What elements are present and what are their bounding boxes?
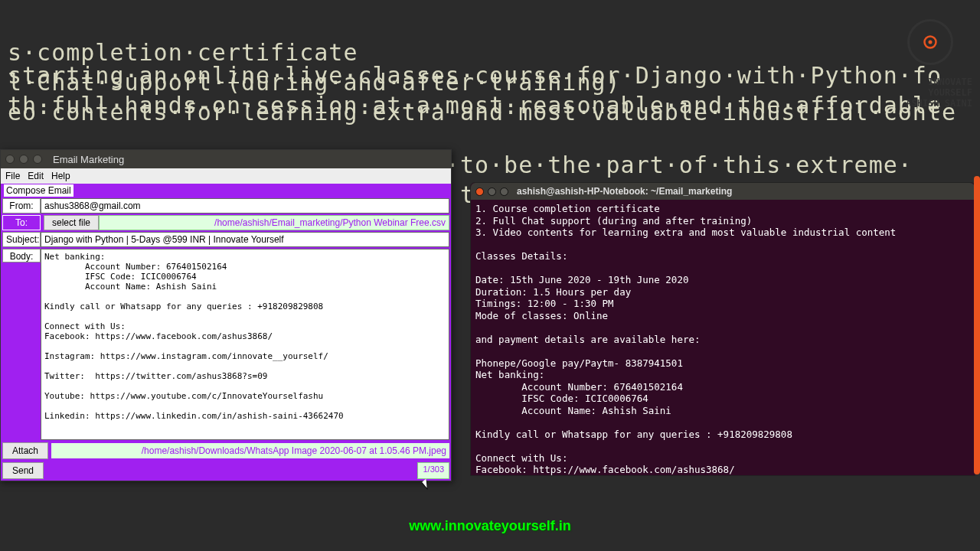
subject-input[interactable]: Django with Python | 5-Days @599 INR | I… [41,232,449,247]
minimize-icon[interactable] [488,187,496,196]
subject-label: Subject: [2,232,41,247]
from-label: From: [2,198,41,214]
scrollbar[interactable] [974,176,980,474]
close-icon[interactable] [5,155,15,164]
menu-file[interactable]: File [5,171,20,181]
send-button[interactable]: Send [2,462,44,479]
close-icon[interactable] [475,187,484,196]
terminal-window: ashish@ashish-HP-Notebook: ~/Email_marke… [470,182,975,476]
send-progress: 1/303 [417,462,449,479]
watermark: www.innovateyourself.in [409,518,570,534]
body-label: Body: [2,249,41,262]
attach-button[interactable]: Attach [2,442,48,459]
gear-icon [907,19,953,65]
maximize-icon[interactable] [33,155,42,164]
svg-point-1 [929,41,933,44]
menubar: File Edit Help [1,168,451,184]
email-title: Email Marketing [53,154,124,165]
body-textarea[interactable]: Net banking: Account Number: 67640150216… [41,249,449,440]
brand-logo [896,8,965,77]
menu-help[interactable]: Help [51,171,70,181]
minimize-icon[interactable] [19,155,28,164]
terminal-body[interactable]: 1. Course completion certificate 2. Full… [471,200,975,475]
email-marketing-window: Email Marketing File Edit Help Compose E… [0,149,452,481]
brand-text: INNOVATE YOURSELF ASHISH SAINI [906,77,972,109]
compose-header: Compose Email [1,184,451,197]
cursor-icon [423,478,433,492]
attach-path: /home/ashish/Downloads/WhatsApp Image 20… [51,443,449,458]
from-input[interactable]: ashus3868@gmail.com [41,198,449,214]
to-label: To: [2,215,41,230]
maximize-icon[interactable] [500,187,508,196]
menu-edit[interactable]: Edit [28,171,44,181]
select-file-button[interactable]: select file [44,215,99,230]
email-titlebar[interactable]: Email Marketing [1,150,451,168]
terminal-title: ashish@ashish-HP-Notebook: ~/Email_marke… [517,186,732,197]
terminal-titlebar[interactable]: ashish@ashish-HP-Notebook: ~/Email_marke… [471,183,975,200]
to-file-path: /home/ashish/Email_marketing/Python Webi… [99,215,449,230]
